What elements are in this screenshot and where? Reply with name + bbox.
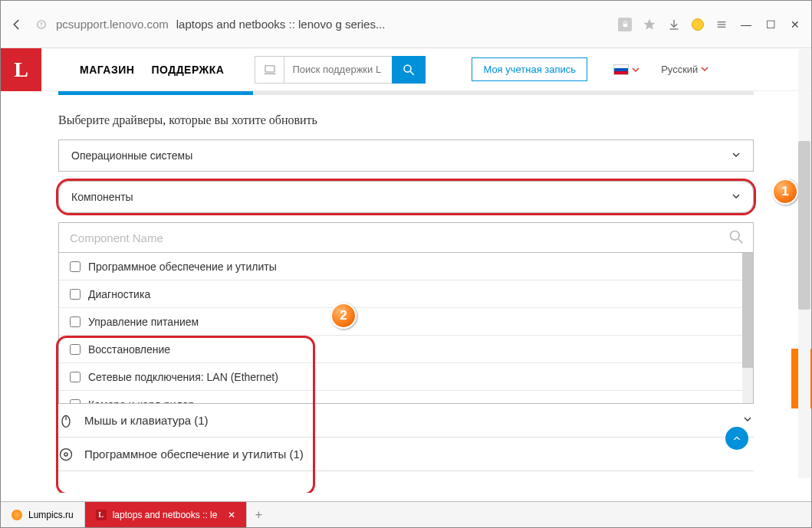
category-label: Мышь и клавиатура (1) (84, 414, 209, 427)
lock-icon[interactable] (618, 18, 632, 31)
mouse-icon (58, 413, 74, 428)
checkbox[interactable] (70, 289, 81, 300)
list-item-label: Камера и кард-ридер (88, 398, 194, 405)
category-label: Программное обеспечение и утилиты (1) (84, 448, 304, 461)
os-dropdown[interactable]: Операционные системы (58, 139, 754, 172)
list-scrollbar[interactable] (742, 253, 753, 403)
window-minimize[interactable]: — (739, 18, 753, 31)
new-tab-button[interactable]: + (247, 502, 270, 527)
lenovo-logo[interactable]: L (1, 48, 41, 91)
list-item-label: Программное обеспечение и утилиты (88, 261, 277, 273)
favicon-icon: L (96, 510, 107, 520)
menu-icon[interactable] (715, 18, 728, 31)
checkbox[interactable] (70, 261, 81, 272)
category-software[interactable]: Программное обеспечение и утилиты (1) (58, 438, 754, 471)
list-item[interactable]: Управление питанием (59, 308, 753, 336)
svg-point-12 (404, 65, 411, 72)
search-button[interactable] (392, 56, 426, 84)
svg-rect-10 (265, 65, 275, 71)
language-label: Русский (661, 64, 698, 75)
scroll-to-top-button[interactable] (725, 427, 748, 450)
support-search (255, 56, 426, 84)
list-item[interactable]: Камера и кард-ридер (59, 391, 753, 404)
list-item[interactable]: Диагностика (59, 280, 753, 308)
page-heading: Выберите драйверы, которые вы хотите обн… (58, 113, 754, 127)
chevron-down-icon (701, 64, 708, 75)
tab-label: Lumpics.ru (28, 510, 74, 520)
list-item[interactable]: Восстановление (59, 336, 753, 363)
extension-icon[interactable] (692, 18, 704, 31)
browser-tabbar: Lumpics.ru L laptops and netbooks :: le … (1, 501, 811, 527)
checkbox[interactable] (70, 372, 81, 382)
svg-point-18 (61, 448, 72, 460)
nav-shop[interactable]: МАГАЗИН (80, 64, 134, 76)
nav-support[interactable]: ПОДДЕРЖКА (151, 64, 224, 76)
list-item-label: Восстановление (88, 343, 170, 356)
progress-bar (58, 91, 754, 95)
main-content: Выберите драйверы, которые вы хотите обн… (1, 106, 811, 493)
checkbox[interactable] (70, 399, 81, 405)
favicon-icon (12, 510, 22, 520)
svg-point-2 (41, 25, 41, 26)
bookmark-star-icon[interactable] (643, 18, 656, 31)
svg-point-14 (731, 231, 740, 240)
disc-icon (58, 447, 74, 462)
tab-lenovo[interactable]: L laptops and netbooks :: le ✕ (85, 502, 248, 527)
annotation-marker-2: 2 (330, 303, 357, 329)
checkbox[interactable] (70, 344, 81, 355)
url-title[interactable]: laptops and netbooks :: lenovo g series.… (176, 18, 386, 31)
language-selector[interactable]: Русский (661, 64, 708, 75)
search-icon (728, 229, 744, 247)
list-item-label: Сетевые подключения: LAN (Ethernet) (88, 371, 278, 383)
secure-icon (35, 18, 48, 31)
tab-label: laptops and netbooks :: le (113, 510, 218, 520)
annotation-marker-1: 1 (772, 179, 798, 205)
svg-line-15 (738, 239, 742, 243)
components-list: Программное обеспечение и утилиты Диагно… (58, 253, 754, 404)
os-dropdown-label: Операционные системы (71, 149, 192, 162)
chevron-down-icon (741, 413, 754, 428)
page-scrollbar[interactable] (798, 49, 810, 478)
components-dropdown-label: Компоненты (71, 191, 133, 203)
back-button[interactable] (10, 18, 24, 31)
list-item-label: Управление питанием (88, 316, 199, 328)
window-close[interactable]: ✕ (788, 18, 802, 31)
url-domain[interactable]: pcsupport.lenovo.com (56, 18, 169, 31)
search-input[interactable] (284, 57, 392, 83)
category-mouse-keyboard[interactable]: Мышь и клавиатура (1) (58, 404, 754, 438)
device-icon[interactable] (255, 57, 284, 83)
list-item-label: Диагностика (88, 288, 150, 300)
window-maximize[interactable]: ☐ (764, 18, 777, 31)
flag-ru-icon (613, 64, 629, 75)
svg-marker-4 (644, 18, 656, 29)
tab-lumpics[interactable]: Lumpics.ru (1, 502, 85, 527)
svg-point-19 (64, 452, 67, 455)
list-item[interactable]: Программное обеспечение и утилиты (59, 253, 753, 280)
chevron-down-icon (730, 190, 742, 205)
svg-line-13 (411, 71, 415, 75)
list-item[interactable]: Сетевые подключения: LAN (Ethernet) (59, 363, 753, 391)
download-icon[interactable] (667, 18, 681, 31)
component-search[interactable]: Component Name (58, 222, 754, 253)
account-button[interactable]: Моя учетная запись (472, 57, 587, 81)
browser-titlebar: pcsupport.lenovo.com laptops and netbook… (1, 1, 811, 48)
chevron-down-icon (632, 63, 639, 77)
svg-rect-3 (623, 24, 627, 27)
checkbox[interactable] (70, 316, 81, 327)
country-selector[interactable] (613, 63, 639, 77)
chevron-down-icon (730, 149, 742, 163)
tab-close-icon[interactable]: ✕ (228, 510, 235, 520)
components-dropdown[interactable]: Компоненты (58, 181, 754, 213)
component-search-placeholder: Component Name (70, 231, 163, 244)
site-header: L МАГАЗИН ПОДДЕРЖКА Моя учетная запись Р… (1, 48, 811, 91)
